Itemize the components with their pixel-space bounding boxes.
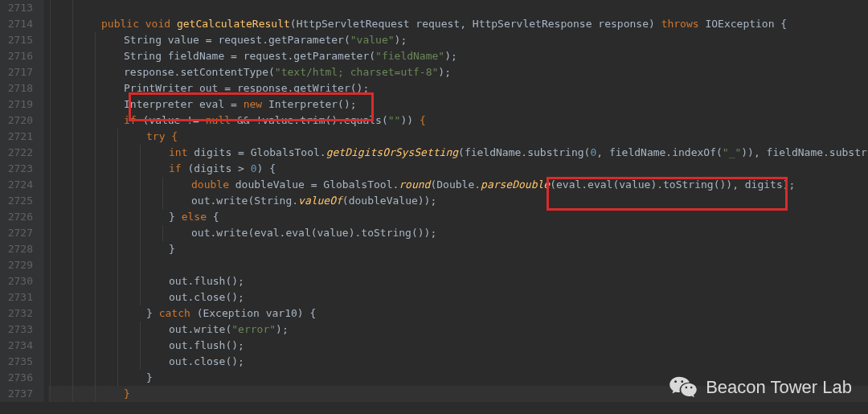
code-line-text: int digits = GlobalsTool.getDigitsOrSysS… xyxy=(48,146,868,158)
code-line[interactable]: out.write(eval.eval(value).toString()); xyxy=(48,225,868,241)
code-line-text: public void getCalculateResult(HttpServl… xyxy=(48,18,787,30)
code-line-text xyxy=(48,259,169,271)
line-number: 2721 xyxy=(5,129,33,145)
line-number: 2726 xyxy=(5,209,33,225)
line-number: 2715 xyxy=(5,32,33,48)
code-line[interactable]: try { xyxy=(48,129,868,145)
code-line-text: PrintWriter out = response.getWriter(); xyxy=(48,82,369,94)
code-line-text: } else { xyxy=(48,211,219,223)
code-editor: 2713271427152716271727182719272027212722… xyxy=(0,0,868,402)
wechat-icon xyxy=(669,375,698,400)
line-number: 2714 xyxy=(5,16,33,32)
code-line-text: } xyxy=(48,387,130,400)
code-line[interactable]: if (value != null && !value.trim().equal… xyxy=(48,113,868,129)
line-number: 2724 xyxy=(5,177,33,193)
code-line-text: } xyxy=(48,371,153,383)
code-line[interactable]: out.flush(); xyxy=(48,338,868,354)
line-number: 2728 xyxy=(5,241,33,257)
code-line[interactable] xyxy=(48,257,868,273)
code-line-text: out.write(eval.eval(value).toString()); xyxy=(48,227,436,239)
code-line-text: out.flush(); xyxy=(48,275,244,287)
line-number: 2723 xyxy=(5,161,33,177)
line-number: 2735 xyxy=(5,354,33,370)
code-line-text: String fieldName = request.getParameter(… xyxy=(48,50,457,62)
code-line[interactable]: public void getCalculateResult(HttpServl… xyxy=(48,16,868,32)
code-line[interactable]: out.flush(); xyxy=(48,273,868,289)
code-line[interactable]: out.close(); xyxy=(48,289,868,305)
line-number: 2713 xyxy=(5,0,33,16)
code-line[interactable]: out.write(String.valueOf(doubleValue)); xyxy=(48,193,868,209)
code-line[interactable]: String value = request.getParameter("val… xyxy=(48,32,868,48)
code-line[interactable]: } catch (Exception var10) { xyxy=(48,305,868,322)
line-number: 2727 xyxy=(5,225,33,241)
code-line[interactable]: if (digits > 0) { xyxy=(48,161,868,177)
line-number-gutter: 2713271427152716271727182719272027212722… xyxy=(0,0,44,402)
line-number: 2737 xyxy=(5,386,33,402)
code-line[interactable]: out.write("error"); xyxy=(48,322,868,338)
code-line-text: double doubleValue = GlobalsTool.round(D… xyxy=(48,178,795,191)
watermark: Beacon Tower Lab xyxy=(669,375,852,400)
line-number: 2729 xyxy=(5,257,33,273)
code-line-text: if (digits > 0) { xyxy=(48,162,276,174)
code-line-text: out.close(); xyxy=(48,355,244,367)
code-line[interactable]: Interpreter eval = new Interpreter(); xyxy=(48,96,868,113)
code-line[interactable]: out.close(); xyxy=(48,354,868,370)
line-number: 2717 xyxy=(5,64,33,80)
code-line-text: } catch (Exception var10) { xyxy=(48,307,316,319)
line-number: 2730 xyxy=(5,273,33,289)
line-number: 2731 xyxy=(5,289,33,305)
code-line[interactable]: String fieldName = request.getParameter(… xyxy=(48,48,868,64)
code-line-text: String value = request.getParameter("val… xyxy=(48,34,407,46)
code-line-text: try { xyxy=(48,130,178,142)
code-line-text xyxy=(48,2,101,14)
code-line[interactable]: PrintWriter out = response.getWriter(); xyxy=(48,80,868,96)
code-line[interactable] xyxy=(48,0,868,16)
code-line-text: out.write("error"); xyxy=(48,323,289,335)
code-line-text: response.setContentType("text/html; char… xyxy=(48,66,451,78)
code-line[interactable]: } xyxy=(48,241,868,257)
code-line-text: if (value != null && !value.trim().equal… xyxy=(48,114,426,126)
line-number: 2736 xyxy=(5,370,33,386)
line-number: 2718 xyxy=(5,80,33,96)
code-line-text: } xyxy=(48,243,175,255)
watermark-text: Beacon Tower Lab xyxy=(706,379,852,396)
code-area[interactable]: public void getCalculateResult(HttpServl… xyxy=(44,0,868,402)
code-line[interactable]: response.setContentType("text/html; char… xyxy=(48,64,868,80)
line-number: 2720 xyxy=(5,113,33,129)
code-line[interactable]: int digits = GlobalsTool.getDigitsOrSysS… xyxy=(48,145,868,161)
line-number: 2719 xyxy=(5,96,33,113)
line-number: 2732 xyxy=(5,305,33,322)
line-number: 2722 xyxy=(5,145,33,161)
code-line[interactable]: } else { xyxy=(48,209,868,225)
code-line-text: out.write(String.valueOf(doubleValue)); xyxy=(48,195,436,207)
code-line-text: out.flush(); xyxy=(48,339,244,351)
code-line-text: out.close(); xyxy=(48,291,244,303)
line-number: 2734 xyxy=(5,338,33,354)
line-number: 2716 xyxy=(5,48,33,64)
line-number: 2733 xyxy=(5,322,33,338)
line-number: 2725 xyxy=(5,193,33,209)
code-line[interactable]: double doubleValue = GlobalsTool.round(D… xyxy=(48,177,868,193)
